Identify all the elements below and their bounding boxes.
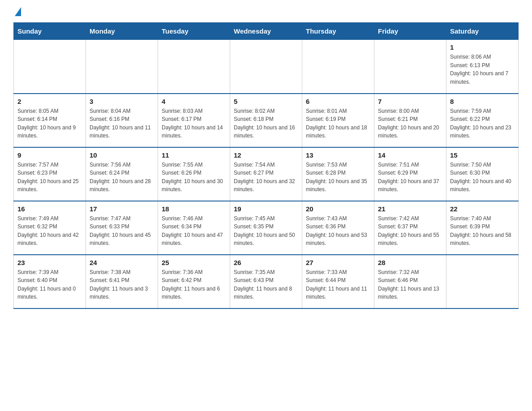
day-info: Sunrise: 7:49 AMSunset: 6:32 PMDaylight:… (17, 214, 82, 248)
weekday-header-wednesday: Wednesday (230, 23, 302, 40)
day-info: Sunrise: 8:01 AMSunset: 6:19 PMDaylight:… (306, 107, 370, 140)
day-info: Sunrise: 7:46 AMSunset: 6:34 PMDaylight:… (162, 214, 226, 248)
day-info: Sunrise: 7:54 AMSunset: 6:27 PMDaylight:… (234, 161, 298, 194)
day-cell: 14Sunrise: 7:51 AMSunset: 6:29 PMDayligh… (374, 147, 446, 201)
weekday-header-row: SundayMondayTuesdayWednesdayThursdayFrid… (14, 23, 519, 40)
day-cell (374, 40, 446, 94)
day-cell: 10Sunrise: 7:56 AMSunset: 6:24 PMDayligh… (86, 147, 158, 201)
day-number: 19 (234, 205, 298, 213)
day-number: 1 (450, 43, 515, 51)
weekday-header-monday: Monday (86, 23, 158, 40)
day-info: Sunrise: 8:05 AMSunset: 6:14 PMDaylight:… (17, 107, 82, 140)
day-cell: 8Sunrise: 7:59 AMSunset: 6:22 PMDaylight… (446, 94, 519, 147)
day-info: Sunrise: 7:32 AMSunset: 6:46 PMDaylight:… (378, 268, 442, 301)
day-cell: 25Sunrise: 7:36 AMSunset: 6:42 PMDayligh… (158, 255, 230, 308)
logo (13, 9, 21, 15)
day-number: 26 (234, 259, 298, 266)
day-info: Sunrise: 7:56 AMSunset: 6:24 PMDaylight:… (90, 161, 154, 194)
day-number: 6 (306, 98, 370, 105)
day-number: 9 (17, 151, 82, 159)
day-number: 5 (234, 98, 298, 105)
day-info: Sunrise: 7:42 AMSunset: 6:37 PMDaylight:… (378, 214, 442, 248)
day-cell: 12Sunrise: 7:54 AMSunset: 6:27 PMDayligh… (230, 147, 302, 201)
day-info: Sunrise: 8:00 AMSunset: 6:21 PMDaylight:… (378, 107, 442, 140)
day-cell: 11Sunrise: 7:55 AMSunset: 6:26 PMDayligh… (158, 147, 230, 201)
day-info: Sunrise: 7:33 AMSunset: 6:44 PMDaylight:… (306, 268, 370, 301)
day-number: 21 (378, 205, 442, 213)
day-cell: 6Sunrise: 8:01 AMSunset: 6:19 PMDaylight… (302, 94, 374, 147)
day-cell: 18Sunrise: 7:46 AMSunset: 6:34 PMDayligh… (158, 201, 230, 255)
day-cell: 16Sunrise: 7:49 AMSunset: 6:32 PMDayligh… (14, 201, 86, 255)
weekday-header-friday: Friday (374, 23, 446, 40)
day-info: Sunrise: 7:47 AMSunset: 6:33 PMDaylight:… (90, 214, 154, 248)
day-info: Sunrise: 7:40 AMSunset: 6:39 PMDaylight:… (450, 214, 515, 248)
day-cell: 15Sunrise: 7:50 AMSunset: 6:30 PMDayligh… (446, 147, 519, 201)
day-cell: 2Sunrise: 8:05 AMSunset: 6:14 PMDaylight… (14, 94, 86, 147)
day-info: Sunrise: 7:45 AMSunset: 6:35 PMDaylight:… (234, 214, 298, 248)
day-cell (302, 40, 374, 94)
day-cell: 24Sunrise: 7:38 AMSunset: 6:41 PMDayligh… (86, 255, 158, 308)
day-cell (86, 40, 158, 94)
day-cell: 7Sunrise: 8:00 AMSunset: 6:21 PMDaylight… (374, 94, 446, 147)
day-cell: 9Sunrise: 7:57 AMSunset: 6:23 PMDaylight… (14, 147, 86, 201)
day-info: Sunrise: 7:43 AMSunset: 6:36 PMDaylight:… (306, 214, 370, 248)
day-info: Sunrise: 7:50 AMSunset: 6:30 PMDaylight:… (450, 161, 515, 194)
day-number: 7 (378, 98, 442, 105)
day-info: Sunrise: 7:36 AMSunset: 6:42 PMDaylight:… (162, 268, 226, 301)
day-cell: 28Sunrise: 7:32 AMSunset: 6:46 PMDayligh… (374, 255, 446, 308)
day-info: Sunrise: 8:03 AMSunset: 6:17 PMDaylight:… (162, 107, 226, 140)
day-number: 24 (90, 259, 154, 266)
day-cell: 19Sunrise: 7:45 AMSunset: 6:35 PMDayligh… (230, 201, 302, 255)
day-number: 18 (162, 205, 226, 213)
day-number: 11 (162, 151, 226, 159)
week-row-1: 1Sunrise: 8:06 AMSunset: 6:13 PMDaylight… (14, 40, 519, 94)
weekday-header-saturday: Saturday (446, 23, 519, 40)
day-number: 27 (306, 259, 370, 266)
day-info: Sunrise: 7:59 AMSunset: 6:22 PMDaylight:… (450, 107, 515, 140)
day-number: 28 (378, 259, 442, 266)
day-cell (446, 255, 519, 308)
day-info: Sunrise: 7:38 AMSunset: 6:41 PMDaylight:… (90, 268, 154, 301)
day-info: Sunrise: 7:53 AMSunset: 6:28 PMDaylight:… (306, 161, 370, 194)
day-cell: 17Sunrise: 7:47 AMSunset: 6:33 PMDayligh… (86, 201, 158, 255)
day-cell: 21Sunrise: 7:42 AMSunset: 6:37 PMDayligh… (374, 201, 446, 255)
day-info: Sunrise: 7:39 AMSunset: 6:40 PMDaylight:… (17, 268, 82, 301)
day-number: 12 (234, 151, 298, 159)
day-number: 25 (162, 259, 226, 266)
day-number: 14 (378, 151, 442, 159)
day-cell: 4Sunrise: 8:03 AMSunset: 6:17 PMDaylight… (158, 94, 230, 147)
logo-triangle-icon (15, 7, 21, 16)
day-info: Sunrise: 7:57 AMSunset: 6:23 PMDaylight:… (17, 161, 82, 194)
day-number: 20 (306, 205, 370, 213)
day-cell: 23Sunrise: 7:39 AMSunset: 6:40 PMDayligh… (14, 255, 86, 308)
day-number: 8 (450, 98, 515, 105)
page-header (13, 9, 519, 15)
week-row-2: 2Sunrise: 8:05 AMSunset: 6:14 PMDaylight… (14, 94, 519, 147)
weekday-header-thursday: Thursday (302, 23, 374, 40)
day-number: 2 (17, 98, 82, 105)
day-info: Sunrise: 7:55 AMSunset: 6:26 PMDaylight:… (162, 161, 226, 194)
day-number: 13 (306, 151, 370, 159)
day-cell (14, 40, 86, 94)
day-number: 17 (90, 205, 154, 213)
day-number: 4 (162, 98, 226, 105)
day-cell: 1Sunrise: 8:06 AMSunset: 6:13 PMDaylight… (446, 40, 519, 94)
day-number: 16 (17, 205, 82, 213)
day-cell: 26Sunrise: 7:35 AMSunset: 6:43 PMDayligh… (230, 255, 302, 308)
week-row-5: 23Sunrise: 7:39 AMSunset: 6:40 PMDayligh… (14, 255, 519, 308)
day-cell: 13Sunrise: 7:53 AMSunset: 6:28 PMDayligh… (302, 147, 374, 201)
week-row-4: 16Sunrise: 7:49 AMSunset: 6:32 PMDayligh… (14, 201, 519, 255)
week-row-3: 9Sunrise: 7:57 AMSunset: 6:23 PMDaylight… (14, 147, 519, 201)
day-number: 22 (450, 205, 515, 213)
day-cell (158, 40, 230, 94)
day-number: 3 (90, 98, 154, 105)
day-cell: 3Sunrise: 8:04 AMSunset: 6:16 PMDaylight… (86, 94, 158, 147)
day-number: 10 (90, 151, 154, 159)
day-number: 23 (17, 259, 82, 266)
day-cell: 20Sunrise: 7:43 AMSunset: 6:36 PMDayligh… (302, 201, 374, 255)
weekday-header-tuesday: Tuesday (158, 23, 230, 40)
day-info: Sunrise: 8:04 AMSunset: 6:16 PMDaylight:… (90, 107, 154, 140)
day-cell (230, 40, 302, 94)
day-info: Sunrise: 7:51 AMSunset: 6:29 PMDaylight:… (378, 161, 442, 194)
weekday-header-sunday: Sunday (14, 23, 86, 40)
